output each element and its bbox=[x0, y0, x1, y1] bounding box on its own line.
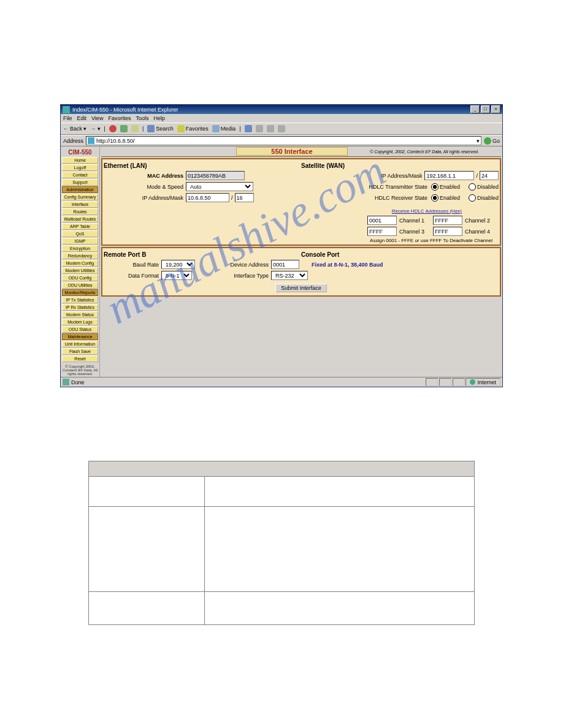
go-button[interactable]: Go bbox=[484, 137, 500, 145]
sidebar-item-iprx[interactable]: IP Rx Statistics bbox=[62, 304, 98, 311]
maximize-button[interactable]: □ bbox=[481, 105, 490, 113]
favorites-button[interactable]: Favorites bbox=[177, 125, 209, 132]
console-fixed-text: Fixed at 8-N-1, 38,400 Baud bbox=[312, 262, 383, 268]
sat-mask-input[interactable] bbox=[480, 171, 499, 180]
page-copyright: © Copyright, 2002, Comtech EF Data, All … bbox=[348, 150, 501, 154]
main-area: 550 Interface © Copyright, 2002, Comtech… bbox=[100, 146, 502, 377]
sat-ip-label: IP Address/Mask bbox=[367, 173, 424, 179]
ch3-input[interactable] bbox=[367, 227, 397, 236]
sidebar-item-modemutil[interactable]: Modem Utilities bbox=[62, 267, 98, 274]
menu-view[interactable]: View bbox=[91, 115, 103, 121]
sidebar-item-encryption[interactable]: Encryption bbox=[62, 245, 98, 252]
menu-help[interactable]: Help bbox=[153, 115, 165, 121]
sidebar-item-mcast[interactable]: Multicast Routes bbox=[62, 216, 98, 222]
sidebar-item-modemconfig[interactable]: Modem Config bbox=[62, 260, 98, 267]
submit-interface-button[interactable]: Submit Interface bbox=[275, 284, 327, 292]
sidebar-item-home[interactable]: Home bbox=[62, 157, 98, 164]
window-title: Index/CIM-550 - Microsoft Internet Explo… bbox=[72, 107, 178, 113]
ie-icon bbox=[63, 106, 70, 113]
sidebar-item-flashsave[interactable]: Flash Save bbox=[62, 348, 98, 355]
sidebar-item-arp[interactable]: ARP Table bbox=[62, 223, 98, 230]
remote-head: Remote Port B bbox=[104, 251, 146, 258]
eth-mask-input[interactable] bbox=[235, 193, 254, 202]
search-button[interactable]: Search bbox=[147, 125, 174, 132]
ch1-input[interactable] bbox=[367, 216, 397, 225]
menu-tools[interactable]: Tools bbox=[136, 115, 148, 121]
media-button[interactable]: Media bbox=[212, 125, 236, 132]
status-text: Done bbox=[71, 379, 85, 385]
sidebar-item-igmp[interactable]: IGMP bbox=[62, 238, 98, 245]
ethernet-satellite-panel: Ethernet (LAN) Satellite (WAN) MAC Addre… bbox=[101, 158, 501, 246]
ch4-input[interactable] bbox=[433, 227, 462, 236]
hdlc-tx-enabled-radio[interactable] bbox=[431, 183, 439, 191]
sidebar-item-oduconfig[interactable]: ODU Config bbox=[62, 275, 98, 281]
rcv-hdlc-link[interactable]: Receive HDLC Addresses (Hex) bbox=[392, 208, 462, 214]
mode-select[interactable]: Auto bbox=[186, 182, 253, 191]
menu-edit[interactable]: Edit bbox=[77, 115, 87, 121]
sidebar-item-contact[interactable]: Contact bbox=[62, 172, 98, 178]
document-table bbox=[88, 461, 475, 625]
hdlc-rx-disabled-radio[interactable] bbox=[469, 194, 476, 202]
sidebar-item-routes[interactable]: Routes bbox=[62, 208, 98, 215]
sidebar-item-reset[interactable]: Reset bbox=[62, 355, 98, 362]
mac-input bbox=[186, 171, 245, 180]
stop-button[interactable] bbox=[109, 125, 117, 132]
ch2-input[interactable] bbox=[433, 216, 462, 225]
globe-icon bbox=[470, 379, 475, 385]
menu-file[interactable]: File bbox=[63, 115, 72, 121]
sidebar-item-oduutil[interactable]: ODU Utilities bbox=[62, 282, 98, 289]
mail-button[interactable] bbox=[256, 125, 263, 132]
sidebar-item-iptx[interactable]: IP Tx Statistics bbox=[62, 297, 98, 303]
data-select[interactable]: 8-N-1 bbox=[161, 271, 192, 280]
hdlc-rx-label: HDLC Receiver State bbox=[348, 195, 430, 201]
mode-label: Mode & Speed bbox=[104, 184, 186, 190]
close-button[interactable]: × bbox=[491, 105, 500, 113]
sidebar-item-interface[interactable]: Interface bbox=[62, 201, 98, 208]
sidebar-head-maint: Maintenance bbox=[62, 333, 98, 340]
refresh-button[interactable] bbox=[120, 125, 128, 132]
iface-select[interactable]: RS-232 bbox=[271, 271, 308, 280]
sidebar-head-admin: Administration bbox=[62, 186, 98, 193]
iface-label: Interface Type bbox=[220, 273, 271, 279]
home-button[interactable] bbox=[131, 125, 139, 132]
dev-input[interactable] bbox=[271, 260, 299, 269]
eth-ip-input[interactable] bbox=[186, 193, 229, 202]
remote-console-panel: Remote Port B Console Port Baud Rate 19,… bbox=[101, 247, 501, 297]
statusbar: Done Internet bbox=[61, 377, 502, 387]
browser-window: Index/CIM-550 - Microsoft Internet Explo… bbox=[60, 104, 503, 387]
history-button[interactable] bbox=[245, 125, 252, 132]
sidebar-item-modemstatus[interactable]: Modem Status bbox=[62, 311, 98, 318]
address-input[interactable]: http://10.6.8.50/ ▾ bbox=[86, 136, 481, 145]
satellite-head: Satellite (WAN) bbox=[301, 162, 345, 169]
sat-ip-input[interactable] bbox=[424, 171, 474, 180]
hdlc-tx-disabled-radio[interactable] bbox=[469, 183, 476, 191]
baud-select[interactable]: 19,200 bbox=[161, 260, 195, 269]
mac-label: MAC Address bbox=[104, 173, 186, 179]
titlebar: Index/CIM-550 - Microsoft Internet Explo… bbox=[61, 105, 502, 114]
minimize-button[interactable]: _ bbox=[470, 105, 480, 113]
hdlc-rx-enabled-radio[interactable] bbox=[431, 194, 439, 202]
print-button[interactable] bbox=[267, 125, 274, 132]
sidebar-item-redundancy[interactable]: Redundancy bbox=[62, 252, 98, 259]
menu-favorites[interactable]: Favorites bbox=[108, 115, 131, 121]
address-bar: Address http://10.6.8.50/ ▾ Go bbox=[61, 135, 502, 146]
edit-button[interactable] bbox=[278, 125, 285, 132]
sidebar-item-odustatus[interactable]: ODU Status bbox=[62, 326, 98, 333]
sidebar-item-support[interactable]: Support bbox=[62, 179, 98, 186]
toolbar: ← Back ▾ → ▾ | | Search Favorites Media … bbox=[61, 123, 502, 135]
back-button[interactable]: ← Back ▾ bbox=[63, 126, 86, 132]
dev-label: Device Address bbox=[220, 262, 271, 268]
forward-button[interactable]: → ▾ bbox=[90, 126, 101, 132]
eth-ip-label: IP Address/Mask bbox=[104, 195, 186, 201]
sidebar-item-configsummary[interactable]: Config Summary bbox=[62, 194, 98, 200]
done-icon bbox=[63, 379, 69, 385]
data-label: Data Format bbox=[104, 273, 161, 279]
sidebar-item-qos[interactable]: QoS bbox=[62, 230, 98, 237]
sidebar-item-logoff[interactable]: Logoff bbox=[62, 164, 98, 171]
sidebar: CIM-550 Home Logoff Contact Support Admi… bbox=[61, 146, 100, 377]
menubar: File Edit View Favorites Tools Help bbox=[61, 114, 502, 123]
sidebar-item-unitinfo[interactable]: Unit Information bbox=[62, 341, 98, 347]
page-title: 550 Interface bbox=[236, 147, 348, 156]
sidebar-item-modemlogs[interactable]: Modem Logs bbox=[62, 319, 98, 325]
sidebar-head-monitor: Monitor/Reports bbox=[62, 289, 98, 296]
